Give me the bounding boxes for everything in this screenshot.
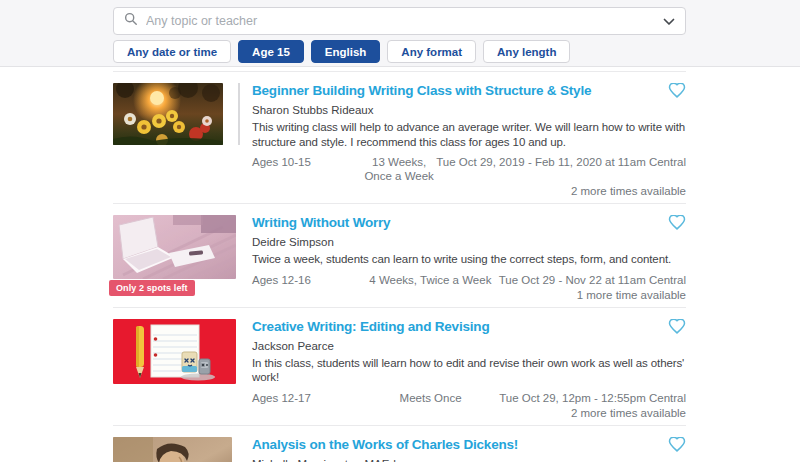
class-time: Tue Oct 29 - Nov 22 at 11am Central xyxy=(499,273,686,287)
ages-range: Ages 12-17 xyxy=(252,391,362,405)
teacher-name: Sharon Stubbs Rideaux xyxy=(252,104,686,117)
class-frequency: 13 Weeks, Once a Week xyxy=(362,155,436,183)
filter-language[interactable]: English xyxy=(311,40,381,63)
image-divider xyxy=(238,83,240,145)
search-filter-bar: Any date or time Age 15 English Any form… xyxy=(0,0,800,67)
class-title[interactable]: Beginner Building Writing Class with Str… xyxy=(252,83,591,99)
heart-icon xyxy=(668,87,686,102)
chevron-down-icon[interactable] xyxy=(663,12,675,30)
filter-format[interactable]: Any format xyxy=(387,40,476,63)
pencil-paper-cartoon-image[interactable] xyxy=(113,319,236,384)
class-results-list: Beginner Building Writing Class with Str… xyxy=(113,71,686,462)
class-card[interactable]: Analysis on the Works of Charles Dickens… xyxy=(113,425,686,462)
class-title[interactable]: Analysis on the Works of Charles Dickens… xyxy=(252,437,518,453)
class-image[interactable] xyxy=(113,83,236,198)
class-image[interactable] xyxy=(113,319,236,420)
class-image[interactable]: Only 2 spots left xyxy=(113,215,236,302)
ages-range: Ages 10-15 xyxy=(252,155,362,169)
search-input[interactable] xyxy=(146,14,663,28)
favorite-button[interactable] xyxy=(668,437,686,453)
heart-icon xyxy=(668,323,686,338)
class-description: This writing class will help to advance … xyxy=(252,120,686,149)
search-box[interactable] xyxy=(113,7,686,35)
class-description: In this class, students will learn how t… xyxy=(252,356,686,385)
class-card[interactable]: Creative Writing: Editing and Revising J… xyxy=(113,307,686,425)
filter-date-time[interactable]: Any date or time xyxy=(113,40,231,63)
charles-dickens-portrait-image[interactable] xyxy=(113,437,232,462)
class-time: Tue Oct 29, 12pm - 12:55pm Central xyxy=(499,391,686,405)
class-description: Twice a week, students can learn to writ… xyxy=(252,252,686,267)
laptop-desk-image[interactable] xyxy=(113,215,236,279)
class-time: Tue Oct 29, 2019 - Feb 11, 2020 at 11am … xyxy=(436,155,686,169)
teacher-name: Jackson Pearce xyxy=(252,340,686,353)
filter-age[interactable]: Age 15 xyxy=(238,40,304,63)
teacher-name: Michelle Morningstar: MAEd xyxy=(252,458,686,462)
flowers-sunset-image[interactable] xyxy=(113,83,223,145)
class-frequency: Meets Once xyxy=(362,391,499,405)
class-title[interactable]: Writing Without Worry xyxy=(252,215,390,231)
favorite-button[interactable] xyxy=(668,83,686,99)
heart-icon xyxy=(668,441,686,456)
ages-range: Ages 12-16 xyxy=(252,273,362,287)
more-times-link[interactable]: 1 more time available xyxy=(252,289,686,302)
search-icon xyxy=(124,12,138,30)
more-times-link[interactable]: 2 more times available xyxy=(252,407,686,420)
class-image[interactable] xyxy=(113,437,236,462)
more-times-link[interactable]: 2 more times available xyxy=(252,185,686,198)
teacher-name: Deidre Simpson xyxy=(252,236,686,249)
class-frequency: 4 Weeks, Twice a Week xyxy=(362,273,499,287)
filter-row: Any date or time Age 15 English Any form… xyxy=(113,40,570,63)
class-card[interactable]: Only 2 spots left Writing Without Worry … xyxy=(113,203,686,307)
class-title[interactable]: Creative Writing: Editing and Revising xyxy=(252,319,489,335)
heart-icon xyxy=(668,219,686,234)
filter-length[interactable]: Any length xyxy=(483,40,570,63)
favorite-button[interactable] xyxy=(668,319,686,335)
spots-left-badge: Only 2 spots left xyxy=(109,280,195,296)
favorite-button[interactable] xyxy=(668,215,686,231)
class-card[interactable]: Beginner Building Writing Class with Str… xyxy=(113,71,686,203)
